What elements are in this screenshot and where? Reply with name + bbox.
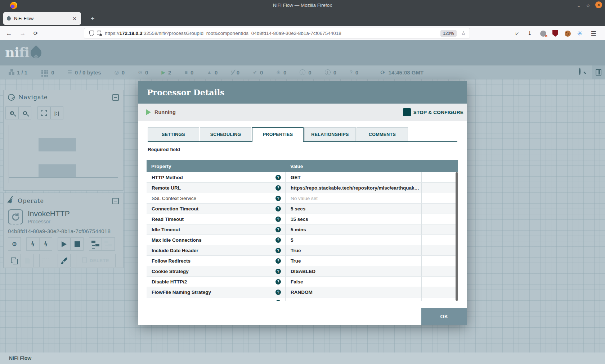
extension-blocked-icon[interactable] [539, 29, 547, 38]
back-button[interactable]: ← [4, 29, 14, 38]
birdseye-toggle-icon[interactable] [592, 65, 605, 79]
screen: NiFi Flow — Mozilla Firefox ⌄ ◇ × NiFi F… [0, 0, 605, 364]
group-button[interactable] [39, 254, 52, 267]
delete-button[interactable]: DELETE [76, 254, 116, 267]
help-icon[interactable]: ? [275, 175, 281, 180]
stop-and-configure-button[interactable]: ⚙ STOP & CONFIGURE [400, 108, 463, 116]
dialog-status-strip: Running ⚙ STOP & CONFIGURE [138, 104, 467, 121]
zoom-level-badge[interactable]: 120% [440, 30, 457, 37]
stop-button[interactable] [71, 237, 84, 251]
enable-button[interactable]: ϟ [26, 237, 39, 251]
operate-collapse-button[interactable] [112, 198, 119, 204]
zoom-in-button[interactable]: + [5, 106, 18, 119]
help-icon[interactable]: ? [275, 227, 281, 232]
property-value[interactable]: No value set [286, 193, 422, 203]
help-icon[interactable]: ? [275, 237, 281, 243]
property-value[interactable]: True [286, 256, 422, 266]
help-icon[interactable]: ? [275, 290, 281, 295]
pocket-icon[interactable]: ⩗ [513, 29, 521, 38]
property-value[interactable]: No value set [286, 297, 422, 301]
bookmark-star-icon[interactable]: ☆ [461, 30, 466, 37]
window-minimize-icon[interactable]: ⌄ [575, 1, 583, 9]
trash-icon [82, 258, 87, 263]
property-value[interactable]: 5 [286, 235, 422, 245]
help-icon[interactable]: ? [275, 269, 281, 274]
reload-button[interactable]: ⟳ [31, 29, 40, 38]
tab-comments[interactable]: COMMENTS [357, 127, 408, 141]
upload-template-button[interactable] [102, 237, 115, 251]
property-value[interactable]: DISABLED [286, 266, 422, 276]
property-row: Include Date Header?True [147, 245, 458, 256]
breadcrumb[interactable]: NiFi Flow [9, 355, 31, 361]
create-template-button[interactable] [89, 237, 102, 251]
property-row: SSL Context Service?No value set [147, 193, 458, 204]
window-close-icon[interactable]: × [595, 1, 602, 8]
status-cluster: 1 / 1 [8, 69, 27, 76]
property-value[interactable]: True [286, 245, 422, 255]
lock-warning-icon[interactable] [97, 32, 101, 35]
forward-button[interactable]: → [18, 29, 27, 38]
nifi-statusbar: 1 / 10☰0 / 0 bytes◎0⊘0▶2■0▲0ϟ0✔0✳0↑0!0?0… [0, 65, 605, 79]
container-asterisk-icon[interactable]: ✳ [575, 29, 584, 38]
refresh-icon[interactable]: ⟳ [380, 69, 385, 76]
zoom-fit-button[interactable] [37, 106, 50, 119]
window-maximize-icon[interactable]: ◇ [584, 1, 592, 9]
property-value[interactable]: False [286, 277, 422, 287]
property-value[interactable]: GET [286, 172, 422, 182]
stop-configure-gear-icon: ⚙ [403, 108, 411, 116]
downloads-icon[interactable]: ⭣ [525, 29, 534, 38]
tab-settings[interactable]: SETTINGS [148, 127, 199, 141]
search-icon[interactable] [579, 68, 587, 76]
help-icon[interactable]: ? [275, 185, 281, 191]
property-value[interactable]: RANDOM [286, 287, 422, 297]
clipped-row: Attributes to Send?No value set [147, 297, 458, 301]
zoom-actual-button[interactable]: |:| [50, 106, 63, 119]
change-color-button[interactable] [58, 254, 71, 267]
property-value[interactable]: 15 secs [286, 214, 422, 224]
cookie-extension-icon[interactable] [563, 29, 572, 38]
property-name: HTTP Method [152, 175, 183, 180]
property-row: Remote URL?https://repo.stackable.tech/r… [147, 183, 458, 193]
paste-button[interactable] [21, 254, 34, 267]
configure-button[interactable]: ⚙ [8, 237, 21, 251]
status-stale: ↑0 [300, 69, 311, 76]
disable-button[interactable]: ϟ [39, 237, 52, 251]
status-transmitting: ◎0 [115, 69, 125, 76]
help-icon[interactable]: ? [275, 300, 281, 301]
ok-button[interactable]: OK [421, 308, 467, 325]
browser-menu-icon[interactable]: ☰ [589, 29, 598, 38]
help-icon[interactable]: ? [275, 258, 281, 264]
property-value[interactable]: 5 secs [286, 204, 422, 214]
property-row: Attributes to Send?No value set [147, 297, 458, 301]
property-row: Cookie Strategy?DISABLED [147, 266, 458, 277]
property-value[interactable]: https://repo.stackable.tech/repository/m… [286, 183, 422, 193]
dialog-tabs: SETTINGSSCHEDULINGPROPERTIESRELATIONSHIP… [148, 127, 408, 142]
help-icon[interactable]: ? [275, 206, 281, 211]
url-bar[interactable]: https://172.18.0.3:32558/nifi/?processGr… [84, 28, 470, 38]
zoom-out-button[interactable]: − [18, 106, 31, 119]
processor-details-dialog: Processor Details Running ⚙ STOP & CONFI… [138, 81, 467, 325]
table-scrollbar[interactable] [456, 172, 458, 301]
help-icon[interactable]: ? [275, 217, 281, 222]
tab-relationships[interactable]: RELATIONSHIPS [304, 127, 356, 141]
new-tab-button[interactable]: + [88, 14, 98, 24]
ublock-shield-icon[interactable] [551, 29, 560, 38]
start-button[interactable] [58, 237, 71, 251]
help-icon[interactable]: ? [275, 279, 281, 285]
tracking-shield-icon[interactable] [89, 31, 94, 36]
selected-component-type: Processor [28, 219, 70, 224]
operate-title: Operate [18, 197, 112, 204]
help-icon[interactable]: ? [275, 248, 281, 253]
property-row: Connection Timeout?5 secs [147, 204, 458, 214]
help-icon[interactable]: ? [275, 196, 281, 201]
tab-favicon-nifi-icon [6, 16, 12, 22]
property-value[interactable]: 5 mins [286, 224, 422, 235]
tab-properties[interactable]: PROPERTIES [252, 127, 304, 142]
required-field-label: Required field [148, 147, 180, 152]
browser-tab[interactable]: NiFi Flow ✕ [3, 12, 81, 25]
birdseye-minimap[interactable] [9, 125, 118, 183]
copy-button[interactable] [8, 254, 21, 267]
navigate-collapse-button[interactable] [112, 94, 119, 101]
tab-scheduling[interactable]: SCHEDULING [200, 127, 251, 141]
tab-close-icon[interactable]: ✕ [72, 16, 77, 22]
